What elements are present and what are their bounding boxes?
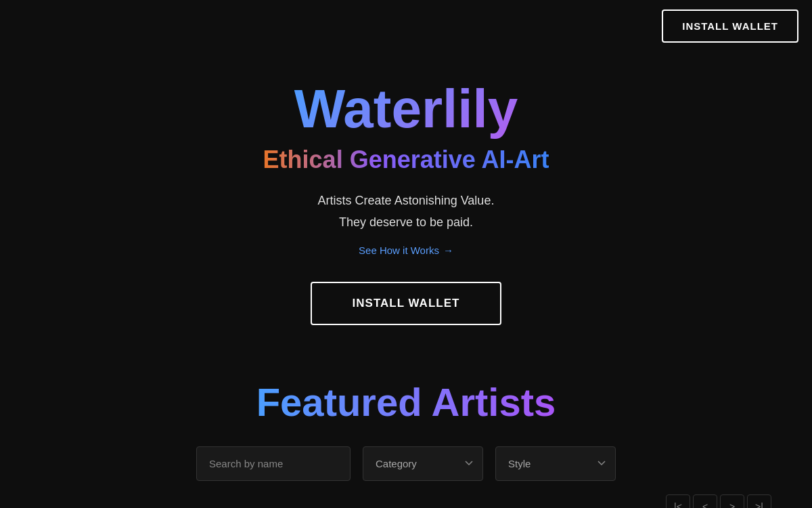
featured-section: Featured Artists Category Digital Art Ph… bbox=[0, 366, 812, 508]
hero-section: Waterlily Ethical Generative AI-Art Arti… bbox=[0, 52, 812, 366]
hero-description-2: They deserve to be paid. bbox=[339, 215, 473, 230]
hero-subtitle: Ethical Generative AI-Art bbox=[263, 146, 549, 174]
install-wallet-button-main[interactable]: INSTALL WALLET bbox=[311, 282, 502, 325]
featured-artists-title: Featured Artists bbox=[256, 379, 556, 425]
category-dropdown[interactable]: Category Digital Art Photography Illustr… bbox=[363, 446, 483, 481]
pagination-last-button[interactable]: >| bbox=[747, 494, 771, 508]
search-input[interactable] bbox=[196, 446, 351, 481]
pagination-next-button[interactable]: > bbox=[720, 494, 744, 508]
pagination-row: |< < > >| bbox=[666, 494, 771, 508]
pagination-prev-button[interactable]: < bbox=[693, 494, 717, 508]
style-dropdown[interactable]: Style Abstract Realistic Impressionist bbox=[495, 446, 616, 481]
hero-description-1: Artists Create Astonishing Value. bbox=[318, 190, 495, 211]
hero-title: Waterlily bbox=[294, 79, 518, 139]
header: INSTALL WALLET bbox=[0, 0, 812, 52]
see-how-label: See How it Works bbox=[359, 245, 439, 256]
install-wallet-button-header[interactable]: INSTALL WALLET bbox=[662, 9, 798, 43]
pagination-first-button[interactable]: |< bbox=[666, 494, 690, 508]
see-how-link[interactable]: See How it Works → bbox=[359, 245, 453, 256]
see-how-arrow-icon: → bbox=[443, 245, 453, 256]
filters-row: Category Digital Art Photography Illustr… bbox=[196, 446, 616, 481]
